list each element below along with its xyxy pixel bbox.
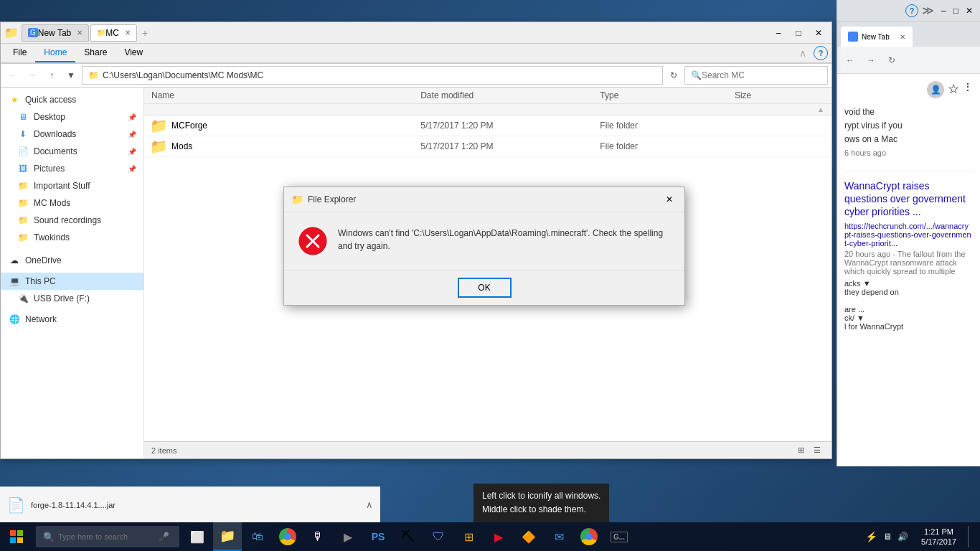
cortana-mic-icon: 🎙 <box>312 530 324 543</box>
taskbar: 🔍 🎤 ⬜ 📁 🛍 🎙 ▶ PS <box>0 522 980 551</box>
taskbar-mic-icon[interactable]: 🎤 <box>159 532 169 542</box>
taskbar-action-center[interactable]: G... <box>605 522 633 551</box>
chrome-icon <box>279 528 296 545</box>
tooltip-bar: Left click to iconify all windows. Middl… <box>473 484 609 522</box>
terminal-icon: ▶ <box>344 530 352 544</box>
taskbar-powershell-button[interactable]: PS <box>364 522 392 551</box>
taskbar-store-button[interactable]: 🛍 <box>243 522 272 551</box>
taskbar-icon-6[interactable]: ⊞ <box>454 522 483 551</box>
windows-logo-icon <box>9 529 24 544</box>
taskbar-search-box[interactable]: 🔍 🎤 <box>36 526 179 547</box>
powershell-icon: PS <box>372 531 385 542</box>
security-icon: 🛡 <box>433 530 444 543</box>
dialog-footer: OK <box>284 270 684 305</box>
taskbar-app-icons: ⬜ 📁 🛍 🎙 ▶ PS ⛏ 🛡 <box>183 522 633 551</box>
dialog-titlebar: 📁 File Explorer ✕ <box>284 187 684 212</box>
icon-6: ⊞ <box>464 530 473 544</box>
icon-8: 🔶 <box>522 530 536 544</box>
taskbar-minecraft-button[interactable]: ⛏ <box>394 522 423 551</box>
dialog-ok-button[interactable]: OK <box>458 278 512 298</box>
start-button[interactable] <box>0 522 32 551</box>
dialog-body: Windows can't find 'C:\Users\Logan\AppDa… <box>284 212 684 270</box>
taskbar-icon-9[interactable]: ✉ <box>545 522 573 551</box>
action-center-label: G... <box>611 532 628 542</box>
taskbar-icon-8[interactable]: 🔶 <box>514 522 543 551</box>
chrome2-icon <box>580 528 598 545</box>
minecraft-icon: ⛏ <box>402 529 415 545</box>
svg-rect-4 <box>17 530 23 536</box>
taskbar-search-icon: 🔍 <box>43 532 55 542</box>
taskbar-terminal-button[interactable]: ▶ <box>334 522 362 551</box>
tray-lightning-icon[interactable]: ⚡ <box>865 531 877 542</box>
tray-volume-icon[interactable]: 🔊 <box>897 532 908 542</box>
svg-rect-5 <box>10 537 16 543</box>
tooltip-line2: Middle click to shade them. <box>482 503 600 517</box>
svg-rect-6 <box>17 537 23 543</box>
sys-tray-icons: ⚡ 🖥 🔊 <box>862 531 912 542</box>
tray-network-icon[interactable]: 🖥 <box>883 532 892 542</box>
dialog-overlay: 📁 File Explorer ✕ Windows can't find 'C:… <box>0 0 980 551</box>
show-desktop-area[interactable] <box>966 526 973 547</box>
task-view-button[interactable]: ⬜ <box>183 522 212 551</box>
clock-date: 5/17/2017 <box>921 537 956 547</box>
error-icon <box>298 227 327 255</box>
dialog-message: Windows can't find 'C:\Users\Logan\AppDa… <box>338 227 670 253</box>
icon-9: ✉ <box>555 530 564 544</box>
svg-rect-3 <box>10 530 16 536</box>
dialog-folder-icon: 📁 <box>291 194 303 205</box>
icon-7: ▶ <box>494 530 503 544</box>
system-tray: ⚡ 🖥 🔊 1:21 PM 5/17/2017 <box>862 525 980 549</box>
clock-time: 1:21 PM <box>921 527 956 537</box>
taskbar-store-icon: 🛍 <box>252 530 263 543</box>
taskbar-security-button[interactable]: 🛡 <box>424 522 453 551</box>
clock[interactable]: 1:21 PM 5/17/2017 <box>915 525 962 549</box>
tooltip-line1: Left click to iconify all windows. <box>482 489 600 503</box>
task-view-icon: ⬜ <box>190 530 204 544</box>
taskbar-search-input[interactable] <box>58 532 159 541</box>
taskbar-chrome2-button[interactable] <box>575 522 603 551</box>
taskbar-folder-icon: 📁 <box>220 528 235 544</box>
show-desktop-divider <box>968 526 971 547</box>
error-dialog: 📁 File Explorer ✕ Windows can't find 'C:… <box>283 187 685 306</box>
dialog-close-button[interactable]: ✕ <box>661 192 677 207</box>
taskbar-file-explorer-button[interactable]: 📁 <box>213 522 242 551</box>
taskbar-cortana-button[interactable]: 🎙 <box>303 522 332 551</box>
taskbar-icon-7[interactable]: ▶ <box>484 522 513 551</box>
taskbar-chrome-button[interactable] <box>273 522 302 551</box>
dialog-title: File Explorer <box>308 194 661 204</box>
